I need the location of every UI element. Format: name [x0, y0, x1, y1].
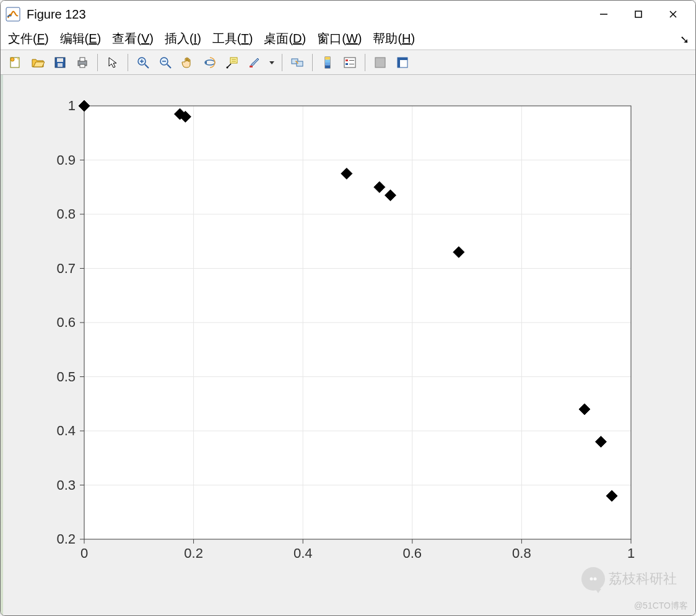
toolbar-separator — [312, 54, 313, 71]
toolbar — [1, 50, 695, 75]
menu-file[interactable]: 文件(F) — [8, 30, 49, 47]
svg-rect-45 — [398, 60, 400, 67]
svg-text:0.3: 0.3 — [56, 477, 76, 493]
minimize-button[interactable] — [586, 2, 621, 27]
show-plot-tools-icon[interactable] — [393, 53, 412, 72]
svg-text:1: 1 — [627, 545, 635, 561]
data-cursor-icon[interactable] — [222, 53, 242, 72]
axes[interactable]: 00.20.40.60.810.20.30.40.50.60.70.80.91 — [1, 75, 695, 615]
figure-window: Figure 123 文件(F) 编辑(E) 查看(V) 插入(I) 工具(T)… — [0, 0, 696, 616]
svg-text:1: 1 — [68, 98, 76, 113]
svg-text:0.4: 0.4 — [294, 545, 313, 561]
toolbar-separator — [282, 54, 282, 71]
svg-line-15 — [145, 64, 149, 68]
svg-text:0: 0 — [80, 545, 88, 561]
zoom-in-icon[interactable] — [133, 53, 153, 72]
menu-help[interactable]: 帮助(H) — [373, 30, 415, 47]
svg-rect-9 — [57, 58, 63, 62]
print-icon[interactable] — [72, 53, 92, 72]
svg-rect-37 — [344, 58, 355, 67]
titlebar: Figure 123 — [1, 1, 695, 28]
menu-desktop[interactable]: 桌面(D) — [264, 30, 306, 47]
close-button[interactable] — [656, 2, 690, 27]
window-title: Figure 123 — [27, 7, 86, 22]
svg-rect-36 — [325, 65, 330, 68]
svg-text:0.4: 0.4 — [56, 423, 76, 438]
svg-text:0.7: 0.7 — [56, 261, 76, 276]
svg-rect-42 — [375, 58, 385, 67]
svg-text:0.2: 0.2 — [184, 545, 203, 561]
hide-plot-tools-icon[interactable] — [370, 53, 390, 72]
menu-window[interactable]: 窗口(W) — [317, 30, 362, 47]
menu-tools[interactable]: 工具(T) — [212, 30, 253, 47]
left-background-sliver — [1, 75, 3, 615]
brush-dropdown-icon[interactable] — [267, 53, 277, 72]
pointer-icon[interactable] — [103, 53, 123, 72]
svg-text:0.6: 0.6 — [56, 315, 76, 330]
svg-point-27 — [227, 66, 228, 68]
svg-text:0.8: 0.8 — [512, 545, 531, 561]
svg-rect-28 — [250, 66, 253, 67]
toolbar-separator — [97, 54, 98, 71]
zoom-out-icon[interactable] — [155, 53, 175, 72]
new-figure-icon[interactable] — [6, 53, 25, 72]
svg-rect-10 — [58, 63, 63, 67]
svg-rect-13 — [80, 64, 85, 67]
pan-icon[interactable] — [178, 53, 198, 72]
svg-text:0.9: 0.9 — [56, 152, 76, 168]
svg-marker-29 — [269, 61, 274, 64]
svg-point-7 — [11, 58, 14, 61]
brush-icon[interactable] — [245, 53, 264, 72]
svg-text:0.8: 0.8 — [56, 206, 76, 222]
svg-rect-23 — [230, 58, 237, 63]
svg-text:0.2: 0.2 — [56, 531, 76, 547]
svg-rect-0 — [6, 7, 20, 21]
menu-edit[interactable]: 编辑(E) — [60, 30, 102, 47]
svg-rect-34 — [325, 59, 330, 63]
menu-view[interactable]: 查看(V) — [112, 30, 154, 47]
dock-arrow-icon[interactable]: ➘ — [680, 33, 689, 46]
svg-rect-2 — [635, 11, 642, 17]
svg-rect-35 — [325, 63, 330, 66]
svg-rect-33 — [325, 57, 330, 60]
svg-text:0.5: 0.5 — [56, 369, 76, 384]
matlab-icon — [6, 7, 20, 22]
menu-insert[interactable]: 插入(I) — [165, 30, 201, 47]
svg-rect-44 — [398, 58, 407, 60]
svg-text:0.6: 0.6 — [403, 545, 422, 561]
legend-icon[interactable] — [340, 53, 360, 72]
menubar: 文件(F) 编辑(E) 查看(V) 插入(I) 工具(T) 桌面(D) 窗口(W… — [1, 28, 695, 50]
plot-area: 00.20.40.60.810.20.30.40.50.60.70.80.91 … — [1, 75, 695, 615]
open-icon[interactable] — [28, 53, 48, 72]
toolbar-separator — [128, 54, 128, 71]
svg-rect-38 — [346, 59, 348, 61]
svg-rect-12 — [80, 58, 85, 61]
maximize-button[interactable] — [621, 2, 656, 27]
save-icon[interactable] — [50, 53, 70, 72]
svg-rect-40 — [346, 63, 348, 65]
rotate3d-icon[interactable] — [200, 53, 220, 72]
link-data-icon[interactable] — [287, 53, 307, 72]
svg-line-19 — [167, 64, 171, 68]
toolbar-separator — [365, 54, 365, 71]
colorbar-icon[interactable] — [318, 53, 337, 72]
